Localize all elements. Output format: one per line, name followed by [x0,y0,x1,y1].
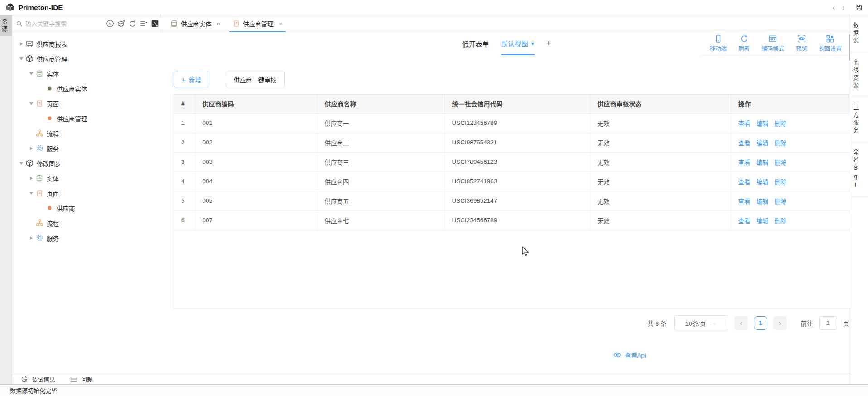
right-rail-tab[interactable]: 命名Sql [851,142,868,197]
bottom-panel-debug[interactable]: 调试信息 [20,375,55,383]
prev-page-button[interactable]: ‹ [734,316,748,330]
entity-icon [35,70,44,77]
collapse-arrow-icon[interactable] [28,102,35,105]
ai-icon[interactable]: AI [106,19,114,28]
refresh-icon[interactable] [129,20,136,28]
right-rail-tab[interactable]: 三方服务 [851,97,868,142]
supplier-table: #供应商编码供应商名称统一社会信用代码供应商审核状态操作 1001供应商一USC… [174,95,850,230]
edit-link[interactable]: 编辑 [757,120,769,127]
cell-code: 005 [195,191,317,210]
column-header: 操作 [731,95,850,113]
svg-text:A: A [154,21,157,26]
delete-link[interactable]: 删除 [775,120,787,127]
tree-item[interactable]: 供应商报表 [12,36,162,51]
cell-usci: USCI369852147 [444,191,590,210]
scrollbar[interactable] [849,34,850,61]
view-link[interactable]: 查看 [738,159,751,166]
translate-icon[interactable]: A [151,19,159,28]
close-icon[interactable]: × [279,20,283,27]
page-icon [35,100,44,107]
edit-link[interactable]: 编辑 [757,179,769,186]
rail-tab-resources[interactable]: 资源 [0,15,12,36]
tree-item[interactable]: 实体 [12,171,162,186]
code-icon [768,34,777,43]
cell-code: 001 [195,113,317,133]
view-action-label: 视图设置 [819,44,842,52]
close-icon[interactable]: × [217,20,221,27]
expand-arrow-icon[interactable] [28,177,35,180]
add-view-button[interactable]: + [546,32,551,55]
page-unit-label: 页 [843,319,849,328]
delete-link[interactable]: 删除 [775,159,787,166]
delete-link[interactable]: 删除 [775,198,787,205]
tree-item[interactable]: 流程 [12,126,162,141]
sort-list-icon[interactable] [140,19,148,28]
tree-item[interactable]: 修改同步 [12,156,162,171]
view-link[interactable]: 查看 [738,140,751,147]
editor-tab[interactable]: 供应商管理× [227,15,289,32]
edit-link[interactable]: 编辑 [757,198,769,205]
delete-link[interactable]: 删除 [775,140,787,147]
right-rail-tab[interactable]: 离线资源 [851,52,868,97]
page-size-select[interactable]: 10条/页 ⌄ [674,315,728,330]
view-api-link[interactable]: 查看Api [613,350,646,359]
search-box[interactable] [16,20,104,27]
edit-link[interactable]: 编辑 [757,140,769,147]
view-action-refresh-blue[interactable]: 刷新 [738,34,750,52]
tree-item[interactable]: 实体 [12,66,162,81]
tree-item[interactable]: 供应商 [12,200,162,215]
view-link[interactable]: 查看 [738,179,751,186]
save-icon[interactable] [855,4,863,11]
tree-item[interactable]: 页面 [12,186,162,200]
supplier-table-card: #供应商编码供应商名称统一社会信用代码供应商审核状态操作 1001供应商一USC… [174,94,850,309]
tree-item[interactable]: 供应商管理 [12,51,162,66]
nav-forward-icon[interactable]: › [842,4,845,11]
collapse-arrow-icon[interactable] [28,72,35,75]
view-action-preview[interactable]: 预览 [796,34,807,52]
goto-page-input[interactable] [819,316,837,330]
page-icon [35,190,44,197]
expand-arrow-icon[interactable] [18,42,25,46]
edit-link[interactable]: 编辑 [757,159,769,166]
expand-arrow-icon[interactable] [28,147,35,150]
tree-item[interactable]: 服务 [12,230,162,245]
cell-status: 无效 [590,113,731,133]
grid-icon [826,34,834,43]
dot-orange-icon [45,206,54,210]
view-link[interactable]: 查看 [738,218,751,224]
view-link[interactable]: 查看 [738,198,751,205]
resource-tree: 供应商报表供应商管理实体供应商实体页面供应商管理流程服务修改同步实体页面供应商流… [12,32,162,245]
view-action-grid[interactable]: 视图设置 [819,34,842,52]
edit-link[interactable]: 编辑 [757,218,769,224]
bottom-panel-label: 问题 [81,375,93,383]
next-page-button[interactable]: › [773,316,787,330]
new-module-icon[interactable] [117,19,125,28]
collapse-arrow-icon[interactable] [18,162,25,165]
tree-item[interactable]: 供应商实体 [12,81,162,96]
expand-arrow-icon[interactable] [28,236,35,240]
search-input[interactable] [25,20,79,27]
delete-link[interactable]: 删除 [775,179,787,186]
app-title: Primeton-IDE [19,4,63,11]
module-icon [25,55,34,62]
cell-actions: 查看编辑删除 [731,191,850,210]
view-tab-default[interactable]: 默认视图 [501,32,535,55]
collapse-arrow-icon[interactable] [28,192,35,195]
tree-item[interactable]: 服务 [12,141,162,156]
tree-item[interactable]: 流程 [12,215,162,230]
bottom-panel-problems[interactable]: 问题 [70,375,93,383]
add-button[interactable]: +新增 [174,72,209,87]
editor-tab[interactable]: 供应商实体× [164,15,227,32]
view-link[interactable]: 查看 [738,120,751,127]
tree-item[interactable]: 供应商管理 [12,111,162,126]
audit-button[interactable]: 供应商一键审核 [226,72,285,87]
delete-link[interactable]: 删除 [775,218,787,224]
view-action-code[interactable]: 编码模式 [762,34,784,52]
search-icon [16,20,23,27]
tree-item[interactable]: 页面 [12,96,162,111]
nav-back-icon[interactable]: ‹ [833,4,835,11]
view-action-mobile[interactable]: 移动端 [709,34,727,52]
page-number-current[interactable]: 1 [754,316,767,330]
right-rail-tab[interactable]: 数据源 [851,15,868,52]
collapse-arrow-icon[interactable] [18,57,25,60]
